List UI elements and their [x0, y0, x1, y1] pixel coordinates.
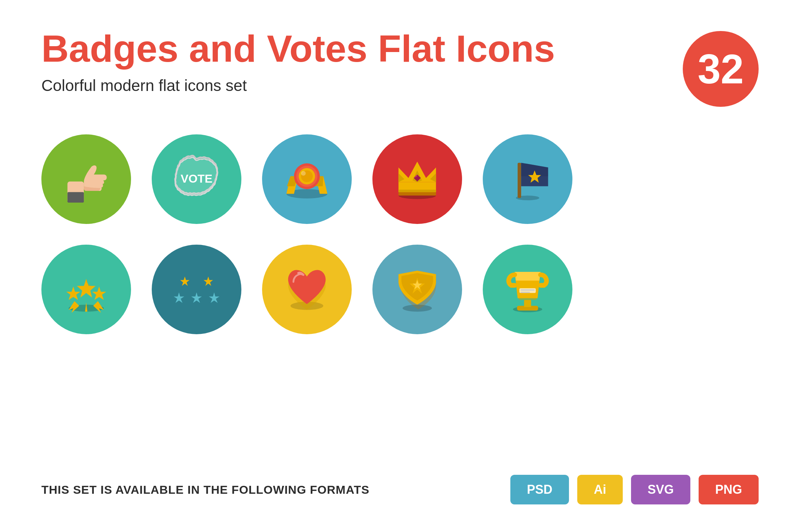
icons-row-1: VOTE: [41, 134, 759, 224]
footer-section: THIS SET IS AVAILABLE IN THE FOLLOWING F…: [41, 475, 759, 504]
icon-flag: [483, 134, 572, 224]
svg-marker-25: [209, 293, 220, 303]
icon-stars5: [152, 245, 241, 334]
svg-marker-18: [92, 287, 106, 300]
icon-heart: [262, 245, 352, 334]
svg-marker-24: [191, 293, 202, 303]
icon-vote: VOTE: [152, 134, 241, 224]
header-section: Badges and Votes Flat Icons Colorful mod…: [41, 28, 759, 107]
icon-medal: [262, 134, 352, 224]
format-ai-button[interactable]: Ai: [577, 475, 623, 504]
format-buttons: PSD Ai SVG PNG: [510, 475, 759, 504]
icons-row-2: [41, 245, 759, 334]
format-png-button[interactable]: PNG: [699, 475, 759, 504]
icons-grid: VOTE: [41, 134, 759, 334]
count-badge: 32: [683, 31, 759, 107]
icon-shield: [372, 245, 462, 334]
svg-rect-1: [68, 192, 84, 203]
icon-stars3: [41, 245, 131, 334]
format-psd-button[interactable]: PSD: [510, 475, 569, 504]
main-container: Badges and Votes Flat Icons Colorful mod…: [0, 0, 800, 532]
svg-rect-34: [521, 289, 535, 290]
icon-thumbsup: [41, 134, 131, 224]
svg-rect-12: [399, 190, 436, 192]
format-svg-button[interactable]: SVG: [631, 475, 690, 504]
title-area: Badges and Votes Flat Icons Colorful mod…: [41, 28, 555, 95]
main-title: Badges and Votes Flat Icons: [41, 28, 555, 69]
icon-trophy: [483, 245, 572, 334]
svg-text:VOTE: VOTE: [181, 172, 213, 185]
svg-marker-21: [180, 277, 189, 286]
svg-marker-22: [203, 277, 213, 286]
svg-point-8: [301, 171, 306, 176]
svg-marker-23: [174, 293, 184, 303]
subtitle: Colorful modern flat icons set: [41, 76, 555, 95]
footer-text: THIS SET IS AVAILABLE IN THE FOLLOWING F…: [41, 483, 369, 497]
svg-rect-32: [524, 300, 531, 307]
svg-rect-14: [518, 163, 521, 198]
icon-crown: [372, 134, 462, 224]
svg-marker-17: [66, 287, 80, 300]
svg-rect-35: [521, 292, 530, 293]
